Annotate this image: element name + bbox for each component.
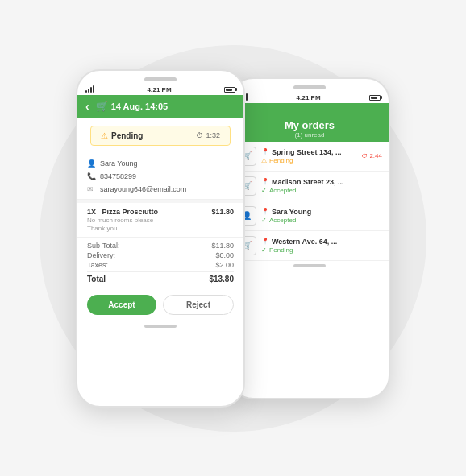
totals-section: Sub-Total: $11.80 Delivery: $0.00 Taxes:… (77, 238, 243, 288)
orders-header-top: ≡ (239, 108, 381, 119)
order-quantity: 1X (87, 208, 96, 216)
order-list-item-4[interactable]: 🛒 📍 Western Ave. 64, ... ✓ Pending (231, 231, 389, 261)
cart-icon: 🛒 (96, 101, 108, 112)
order-list-content-4: 📍 Western Ave. 64, ... ✓ Pending (261, 238, 382, 254)
order-list-item-1[interactable]: 🛒 📍 Spring Street 134, ... ⚠ Pending ⏱ (231, 142, 389, 172)
phone-icon: 📞 (87, 172, 95, 180)
customer-name: Sara Young (100, 159, 138, 168)
order-address-text-1: Spring Street 134, ... (272, 148, 342, 156)
accept-button[interactable]: Accept (87, 295, 156, 315)
status-time-front: 4:21 PM (147, 86, 171, 93)
home-indicator-back (293, 264, 326, 267)
subtotal-value: $11.80 (211, 242, 234, 250)
email-icon: ✉ (87, 185, 95, 193)
unread-count: (1) unread (295, 131, 325, 139)
timer-value-1: 2:44 (369, 152, 382, 159)
orders-header: ≡ My orders (1) unread (231, 103, 389, 142)
order-status-4: ✓ Pending (261, 246, 382, 254)
timer-clock-icon-1: ⏱ (361, 152, 368, 159)
order-address-3: 📍 Sara Young (261, 208, 382, 216)
orders-title: My orders (285, 119, 335, 131)
status-bar-front: 4:21 PM (77, 85, 243, 95)
status-time-back: 4:21 PM (296, 94, 320, 101)
phone-speaker-back (293, 85, 326, 89)
taxes-label: Taxes: (87, 261, 108, 269)
order-status-label-1: Pending (269, 157, 293, 164)
order-status-3: ✓ Accepted (261, 217, 382, 224)
phone-front: 4:21 PM ‹ 🛒 14 Aug. 14:05 ⚠ Pending (76, 69, 245, 408)
grand-total-value: $13.80 (209, 275, 234, 284)
pin-icon-3: 📍 (261, 208, 269, 215)
customer-email: sarayoung646@email.com (100, 185, 186, 193)
back-arrow-icon[interactable]: ‹ (85, 100, 89, 113)
warning-icon: ⚠ (101, 131, 108, 140)
order-address-text-4: Western Ave. 64, ... (272, 238, 337, 246)
home-indicator-front (144, 325, 177, 328)
pin-icon-1: 📍 (261, 148, 269, 155)
delivery-value: $0.00 (215, 251, 234, 259)
order-list-item-3[interactable]: 👤 📍 Sara Young ✓ Accepted (231, 201, 389, 231)
orders-list: 🛒 📍 Spring Street 134, ... ⚠ Pending ⏱ (231, 142, 389, 261)
timer-value: 1:32 (206, 131, 220, 139)
order-status-label-4: Pending (269, 246, 293, 254)
customer-info-section: 👤 Sara Young 📞 834758299 ✉ sarayoung646@… (77, 154, 243, 200)
pin-icon-2: 📍 (261, 178, 269, 185)
customer-name-row: 👤 Sara Young (87, 157, 234, 170)
order-item-full: 1X Pizza Prosciutto (87, 208, 158, 216)
status-bar-back: 4:21 PM (231, 93, 389, 103)
check-icon-2: ✓ (261, 187, 267, 194)
order-item-row: 1X Pizza Prosciutto $11.80 (87, 208, 234, 216)
phone-back: 4:21 PM ≡ My orders (1) unread 🛒 (229, 77, 390, 399)
order-address-4: 📍 Western Ave. 64, ... (261, 238, 382, 246)
order-date-title: 14 Aug. 14:05 (111, 101, 169, 111)
order-address-text-3: Sara Young (272, 208, 311, 216)
order-status-label-3: Accepted (269, 217, 296, 224)
order-list-content-1: 📍 Spring Street 134, ... ⚠ Pending (261, 148, 356, 164)
status-section: ⚠ Pending ⏱ 1:32 (90, 126, 231, 146)
person-icon: 👤 (87, 159, 95, 168)
grand-total-label: Total (87, 275, 106, 284)
phone-front-content: ⚠ Pending ⏱ 1:32 👤 Sara Young (77, 118, 243, 321)
battery-icon-front (224, 87, 235, 93)
reject-button[interactable]: Reject (163, 295, 234, 315)
signal-icon (85, 86, 94, 93)
delivery-row: Delivery: $0.00 (87, 250, 234, 260)
order-item-section: 1X Pizza Prosciutto $11.80 No much rooms… (77, 203, 243, 238)
order-timer-1: ⏱ 2:44 (361, 152, 382, 159)
taxes-row: Taxes: $2.00 (87, 260, 234, 270)
order-list-content-2: 📍 Madison Street 23, ... ✓ Accepted (261, 178, 382, 194)
timer-display: ⏱ 1:32 (196, 131, 220, 139)
status-left: ⚠ Pending (101, 131, 143, 140)
order-address-text-2: Madison Street 23, ... (272, 178, 344, 186)
order-list-item-2[interactable]: 🛒 📍 Madison Street 23, ... ✓ Accepted (231, 172, 389, 201)
status-label: Pending (111, 131, 143, 140)
battery-icon-back (369, 95, 381, 101)
pin-icon-4: 📍 (261, 238, 269, 245)
timer-icon: ⏱ (196, 131, 203, 139)
check-icon-4: ✓ (261, 246, 267, 254)
order-list-content-3: 📍 Sara Young ✓ Accepted (261, 208, 382, 224)
order-note-2: Thank you (87, 225, 234, 232)
customer-email-row: ✉ sarayoung646@email.com (87, 183, 234, 196)
delivery-label: Delivery: (87, 251, 115, 259)
check-icon-3: ✓ (261, 217, 267, 224)
order-item-price: $11.80 (211, 208, 234, 216)
taxes-value: $2.00 (215, 261, 234, 269)
subtotal-label: Sub-Total: (87, 242, 120, 250)
order-status-1: ⚠ Pending (261, 157, 356, 164)
header-bar-front: ‹ 🛒 14 Aug. 14:05 (77, 95, 243, 118)
order-status-2: ✓ Accepted (261, 187, 382, 194)
order-note-1: No much rooms please (87, 217, 234, 224)
customer-phone-row: 📞 834758299 (87, 170, 234, 183)
customer-phone: 834758299 (100, 172, 136, 180)
status-signal-front (85, 86, 94, 93)
status-wrapper: ⚠ Pending ⏱ 1:32 (77, 118, 243, 154)
order-status-label-2: Accepted (269, 187, 296, 194)
order-address-2: 📍 Madison Street 23, ... (261, 178, 382, 186)
order-item-name: Pizza Prosciutto (102, 208, 159, 216)
grand-total-row: Total $13.80 (87, 271, 234, 284)
phone-speaker-front (144, 77, 177, 81)
warning-icon-1: ⚠ (261, 157, 267, 164)
subtotal-row: Sub-Total: $11.80 (87, 241, 234, 250)
order-address-1: 📍 Spring Street 134, ... (261, 148, 356, 156)
